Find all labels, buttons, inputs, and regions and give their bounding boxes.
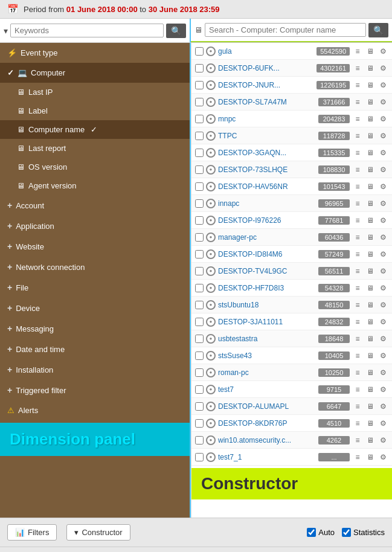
row-monitor-icon[interactable]: 🖥: [365, 147, 376, 158]
row-monitor-icon[interactable]: 🖥: [365, 46, 376, 57]
row-monitor-icon[interactable]: 🖥: [365, 215, 376, 226]
computer-name-cell[interactable]: DESKTOP-6UFK...: [218, 64, 314, 72]
computer-name-cell[interactable]: stsUbuntu18: [218, 301, 316, 309]
computer-name-cell[interactable]: DESKTOP-I976226: [218, 216, 316, 225]
computer-name-cell[interactable]: TTPC: [218, 132, 316, 140]
row-list-icon[interactable]: ≡: [352, 418, 363, 429]
statistics-checkbox[interactable]: [342, 528, 351, 537]
computer-name-cell[interactable]: DESKTOP-TV4L9GC: [218, 267, 316, 275]
row-circle-button[interactable]: ●: [206, 216, 216, 225]
sidebar-item-website[interactable]: + Website: [0, 236, 190, 257]
row-circle-button[interactable]: ●: [206, 334, 216, 344]
row-gear-icon[interactable]: ⚙: [378, 435, 388, 446]
row-monitor-icon[interactable]: 🖥: [365, 198, 376, 209]
row-list-icon[interactable]: ≡: [352, 350, 363, 361]
computer-name-cell[interactable]: win10.atomsecurity.c...: [218, 436, 316, 444]
row-list-icon[interactable]: ≡: [352, 435, 363, 446]
row-checkbox[interactable]: [195, 165, 204, 174]
statistics-checkbox-item[interactable]: Statistics: [342, 528, 385, 537]
row-gear-icon[interactable]: ⚙: [378, 350, 388, 361]
row-gear-icon[interactable]: ⚙: [378, 401, 388, 412]
auto-checkbox[interactable]: [307, 528, 316, 537]
row-checkbox[interactable]: [195, 115, 204, 123]
row-monitor-icon[interactable]: 🖥: [365, 452, 376, 463]
row-checkbox[interactable]: [195, 250, 204, 258]
sidebar-item-computer[interactable]: ✓ 💻 Computer: [0, 63, 190, 83]
row-list-icon[interactable]: ≡: [352, 367, 363, 378]
row-list-icon[interactable]: ≡: [352, 164, 363, 175]
row-gear-icon[interactable]: ⚙: [378, 452, 388, 463]
sidebar-item-date-and-time[interactable]: + Date and time: [0, 339, 190, 359]
computer-name-cell[interactable]: DESKTOP-ALUMAPL: [218, 402, 316, 411]
row-gear-icon[interactable]: ⚙: [378, 46, 388, 57]
row-circle-button[interactable]: ●: [206, 452, 216, 462]
row-circle-button[interactable]: ●: [206, 47, 216, 56]
row-gear-icon[interactable]: ⚙: [378, 283, 388, 294]
row-monitor-icon[interactable]: 🖥: [365, 97, 376, 108]
computer-name-cell[interactable]: DESKTOP-3GAQN...: [218, 149, 316, 157]
row-checkbox[interactable]: [195, 284, 204, 292]
row-circle-button[interactable]: ●: [206, 368, 216, 377]
row-monitor-icon[interactable]: 🖥: [365, 333, 376, 344]
computer-name-cell[interactable]: DESKTOP-SL7A47M: [218, 98, 316, 106]
computer-name-cell[interactable]: gula: [218, 47, 314, 56]
computer-name-cell[interactable]: mnpc: [218, 115, 316, 123]
row-checkbox[interactable]: [195, 402, 204, 411]
row-monitor-icon[interactable]: 🖥: [365, 63, 376, 74]
row-checkbox[interactable]: [195, 199, 204, 208]
row-gear-icon[interactable]: ⚙: [378, 181, 388, 192]
row-list-icon[interactable]: ≡: [352, 384, 363, 395]
sidebar-item-computer-name[interactable]: 🖥 Computer name ✓: [0, 120, 190, 139]
row-gear-icon[interactable]: ⚙: [378, 63, 388, 74]
row-gear-icon[interactable]: ⚙: [378, 164, 388, 175]
row-circle-button[interactable]: ●: [206, 80, 216, 90]
computer-search-input[interactable]: [205, 23, 366, 37]
row-checkbox[interactable]: [195, 149, 204, 157]
row-monitor-icon[interactable]: 🖥: [365, 350, 376, 361]
row-list-icon[interactable]: ≡: [352, 316, 363, 327]
row-circle-button[interactable]: ●: [206, 419, 216, 428]
sidebar-item-alerts[interactable]: ⚠ Alerts: [0, 400, 190, 420]
computer-search-button[interactable]: 🔍: [368, 23, 388, 37]
row-monitor-icon[interactable]: 🖥: [365, 80, 376, 91]
row-checkbox[interactable]: [195, 301, 204, 309]
row-circle-button[interactable]: ●: [206, 148, 216, 158]
computer-name-cell[interactable]: test7: [218, 385, 316, 394]
computer-name-cell[interactable]: DESKTOP-8KDR76P: [218, 419, 316, 428]
row-circle-button[interactable]: ●: [206, 63, 216, 73]
row-monitor-icon[interactable]: 🖥: [365, 384, 376, 395]
row-gear-icon[interactable]: ⚙: [378, 130, 388, 141]
auto-checkbox-item[interactable]: Auto: [307, 528, 335, 537]
row-circle-button[interactable]: ●: [206, 283, 216, 293]
row-list-icon[interactable]: ≡: [352, 333, 363, 344]
row-gear-icon[interactable]: ⚙: [378, 384, 388, 395]
row-monitor-icon[interactable]: 🖥: [365, 367, 376, 378]
row-checkbox[interactable]: [195, 132, 204, 140]
row-monitor-icon[interactable]: 🖥: [365, 130, 376, 141]
row-circle-button[interactable]: ●: [206, 300, 216, 310]
computer-name-cell[interactable]: DESKTOP-HF7D8I3: [218, 284, 316, 292]
row-monitor-icon[interactable]: 🖥: [365, 316, 376, 327]
row-monitor-icon[interactable]: 🖥: [365, 232, 376, 243]
computer-name-cell[interactable]: manager-pc: [218, 233, 316, 242]
row-circle-button[interactable]: ●: [206, 249, 216, 259]
row-monitor-icon[interactable]: 🖥: [365, 114, 376, 124]
sidebar-item-installation[interactable]: + Installation: [0, 359, 190, 380]
computer-name-cell[interactable]: stsSuse43: [218, 351, 316, 360]
row-list-icon[interactable]: ≡: [352, 401, 363, 412]
row-gear-icon[interactable]: ⚙: [378, 215, 388, 226]
row-gear-icon[interactable]: ⚙: [378, 97, 388, 108]
row-gear-icon[interactable]: ⚙: [378, 266, 388, 277]
keywords-input[interactable]: [10, 24, 164, 37]
row-monitor-icon[interactable]: 🖥: [365, 249, 376, 260]
computer-name-cell[interactable]: DESKTOP-JNUR...: [218, 81, 314, 89]
row-gear-icon[interactable]: ⚙: [378, 316, 388, 327]
row-list-icon[interactable]: ≡: [352, 114, 363, 124]
sidebar-item-triggered-filter[interactable]: + Triggered filter: [0, 380, 190, 400]
row-checkbox[interactable]: [195, 385, 204, 394]
computer-name-cell[interactable]: test7_1: [218, 453, 316, 461]
row-list-icon[interactable]: ≡: [352, 181, 363, 192]
row-checkbox[interactable]: [195, 216, 204, 225]
row-list-icon[interactable]: ≡: [352, 300, 363, 310]
row-monitor-icon[interactable]: 🖥: [365, 418, 376, 429]
